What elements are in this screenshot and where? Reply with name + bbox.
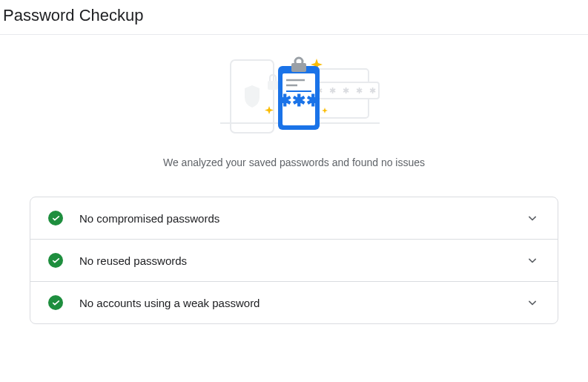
result-label: No compromised passwords xyxy=(79,212,525,225)
result-weak-passwords[interactable]: No accounts using a weak password xyxy=(30,282,558,323)
summary-text: We analyzed your saved passwords and fou… xyxy=(146,155,443,170)
check-circle-icon xyxy=(48,253,63,268)
page-title: Password Checkup xyxy=(3,6,588,25)
results-list: No compromised passwords No reused passw… xyxy=(30,197,558,324)
main-content: ✱ ✱ ✱ ✱ ✱ ✱✱✱ We analyzed your saved pas… xyxy=(0,53,588,324)
header-illustration: ✱ ✱ ✱ ✱ ✱ ✱✱✱ xyxy=(30,53,558,142)
page-header: Password Checkup xyxy=(0,0,588,35)
check-circle-icon xyxy=(48,211,63,225)
result-label: No accounts using a weak password xyxy=(79,297,525,309)
svg-rect-5 xyxy=(268,81,278,90)
chevron-down-icon xyxy=(525,253,540,268)
chevron-down-icon xyxy=(525,295,540,310)
chevron-down-icon xyxy=(525,211,540,225)
result-compromised-passwords[interactable]: No compromised passwords xyxy=(30,197,558,240)
svg-text:✱ ✱ ✱ ✱ ✱: ✱ ✱ ✱ ✱ ✱ xyxy=(315,86,377,95)
result-label: No reused passwords xyxy=(79,254,525,267)
svg-text:✱✱✱: ✱✱✱ xyxy=(277,91,320,110)
svg-point-9 xyxy=(295,58,303,65)
password-checkup-illustration-icon: ✱ ✱ ✱ ✱ ✱ ✱✱✱ xyxy=(198,53,391,142)
result-reused-passwords[interactable]: No reused passwords xyxy=(30,240,558,282)
check-circle-icon xyxy=(48,295,63,310)
